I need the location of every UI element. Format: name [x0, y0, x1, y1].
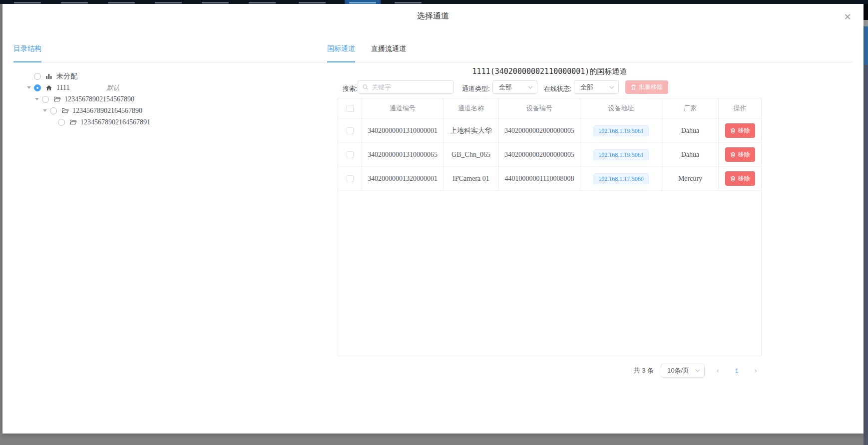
- col-header-action: 操作: [719, 98, 761, 118]
- nav-item-clipped: [14, 2, 41, 3]
- remove-button[interactable]: 移除: [725, 171, 755, 186]
- cell-channel-id: 34020000001310000065: [362, 143, 443, 166]
- trash-icon: [730, 176, 736, 182]
- cell-channel-id: 34020000001320000001: [362, 167, 443, 190]
- device-address-tag: 192.168.1.17:5060: [593, 173, 648, 184]
- tree-node-default-badge: 默认: [106, 83, 119, 92]
- remove-button-label: 移除: [738, 126, 750, 135]
- online-state-label: 在线状态:: [544, 84, 572, 93]
- tree-node-1111[interactable]: 1111 默认: [2, 82, 322, 93]
- row-checkbox[interactable]: [347, 127, 354, 134]
- tree-node-label: 1111: [56, 84, 69, 92]
- tabs-divider: [13, 62, 853, 62]
- folder-icon: [69, 118, 77, 126]
- select-all-cell: [338, 98, 362, 118]
- chevron-down-icon: [528, 86, 533, 89]
- tab-underline-left: [13, 61, 41, 62]
- tree-node-label: 12345678902164567891: [80, 118, 150, 126]
- current-page[interactable]: 1: [731, 367, 743, 375]
- nav-item-clipped: [249, 2, 276, 3]
- col-header-device-id: 设备编号: [499, 98, 580, 118]
- col-header-channel-id: 通道编号: [362, 98, 443, 118]
- nav-item-active-clipped: [345, 0, 381, 4]
- radio-unchecked[interactable]: [58, 119, 65, 126]
- next-page-icon[interactable]: ›: [750, 367, 762, 375]
- folder-icon: [61, 107, 69, 115]
- trash-icon: [631, 84, 636, 90]
- cell-vendor: Dahua: [662, 119, 719, 142]
- tree-node-unassigned[interactable]: 未分配: [2, 70, 322, 82]
- select-all-checkbox[interactable]: [347, 105, 354, 112]
- search-input[interactable]: 关键字: [358, 80, 454, 94]
- device-address-tag: 192.168.1.19:5061: [593, 149, 648, 160]
- tree-node-label: 12345678902154567890: [64, 95, 134, 103]
- cell-channel-name: GB_Chn_065: [443, 143, 499, 166]
- table-row: 34020000001310000065 GB_Chn_065 34020000…: [338, 143, 761, 167]
- tree-node-folder-2[interactable]: 12345678902164567890: [2, 105, 322, 116]
- col-header-channel-name: 通道名称: [443, 98, 499, 118]
- page-size-select[interactable]: 10条/页: [661, 364, 705, 378]
- nav-item-clipped: [202, 2, 229, 3]
- row-checkbox[interactable]: [347, 175, 354, 182]
- nav-item-clipped: [155, 2, 182, 3]
- tree-node-label: 12345678902164567890: [72, 107, 142, 115]
- online-state-select[interactable]: 全部: [574, 80, 619, 94]
- radio-unchecked[interactable]: [42, 96, 49, 103]
- cell-vendor: Dahua: [662, 143, 719, 166]
- pagination-total: 共 3 条: [634, 366, 654, 375]
- folder-icon: [53, 95, 61, 103]
- tab-directory-structure[interactable]: 目录结构: [13, 44, 41, 53]
- batch-remove-label: 批量移除: [639, 83, 663, 91]
- tab-underline-right: [327, 61, 355, 62]
- table-header-row: 通道编号 通道名称 设备编号 设备地址 厂家 操作: [338, 98, 761, 119]
- col-header-device-addr: 设备地址: [580, 98, 662, 118]
- channel-type-select[interactable]: 全部: [492, 80, 537, 94]
- cell-channel-name: IPCamera 01: [443, 167, 499, 190]
- table-row: 34020000001310000001 上地科实大华 340200000020…: [338, 119, 761, 143]
- nav-item-clipped: [349, 2, 376, 3]
- pagination: 共 3 条 10条/页 ‹ 1 ›: [338, 364, 762, 378]
- col-header-vendor: 厂家: [662, 98, 719, 118]
- gb-channel-table: 通道编号 通道名称 设备编号 设备地址 厂家 操作 34020000001310…: [338, 98, 762, 356]
- search-label: 搜索:: [343, 84, 358, 93]
- chevron-down-icon: [695, 369, 700, 372]
- device-address-tag: 192.168.1.19:5061: [593, 125, 648, 136]
- home-icon: [45, 84, 53, 92]
- tree-node-folder-3[interactable]: 12345678902164567891: [2, 116, 322, 128]
- radio-unchecked[interactable]: [34, 73, 41, 80]
- radio-unchecked[interactable]: [50, 107, 57, 114]
- search-placeholder: 关键字: [372, 83, 391, 92]
- trash-icon: [730, 128, 736, 134]
- close-icon[interactable]: ✕: [843, 12, 853, 22]
- radio-checked[interactable]: [34, 84, 41, 91]
- caret-down-icon[interactable]: [27, 86, 31, 89]
- nav-item-clipped: [299, 2, 326, 3]
- select-channel-dialog: 选择通道 ✕ 目录结构 国标通道 直播流通道 未分配 1111 默认: [2, 4, 864, 434]
- nav-item-clipped: [395, 2, 422, 3]
- cell-device-id: 44010000001110008008: [499, 167, 580, 190]
- remove-button-label: 移除: [738, 174, 750, 183]
- caret-down-icon[interactable]: [35, 98, 39, 100]
- cell-device-id: 34020000002000000005: [499, 143, 580, 166]
- nav-item-clipped: [108, 2, 135, 3]
- trash-icon: [730, 152, 736, 158]
- remove-button[interactable]: 移除: [725, 123, 755, 138]
- channel-type-label: 通道类型:: [462, 84, 490, 93]
- row-checkbox[interactable]: [347, 151, 354, 158]
- page-right-edge: [864, 0, 868, 445]
- tab-live-stream-channel[interactable]: 直播流通道: [371, 44, 406, 53]
- channel-type-value: 全部: [499, 83, 512, 92]
- tree-node-folder-1[interactable]: 12345678902154567890: [2, 93, 322, 105]
- batch-remove-button[interactable]: 批量移除: [625, 80, 668, 94]
- cell-channel-id: 34020000001310000001: [362, 119, 443, 142]
- remove-button[interactable]: 移除: [725, 147, 755, 162]
- chevron-down-icon: [609, 86, 614, 89]
- tree-node-label: 未分配: [56, 72, 77, 81]
- tab-gb-channel[interactable]: 国标通道: [327, 44, 355, 53]
- directory-tree: 未分配 1111 默认 12345678902154567890: [2, 70, 322, 128]
- dialog-title: 选择通道: [2, 11, 864, 21]
- caret-down-icon[interactable]: [43, 109, 47, 112]
- online-state-value: 全部: [580, 83, 593, 92]
- prev-page-icon[interactable]: ‹: [712, 367, 724, 375]
- cell-device-id: 34020000002000000005: [499, 119, 580, 142]
